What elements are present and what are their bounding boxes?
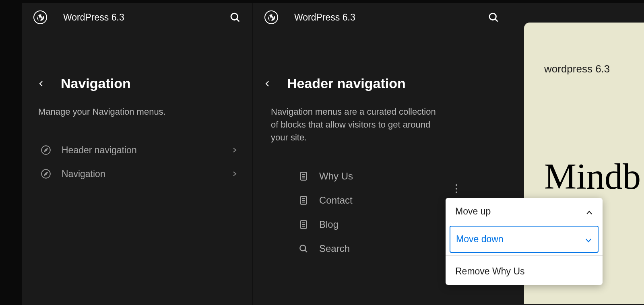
search-button[interactable] [488, 12, 499, 23]
preview-big-text: Mindb [544, 156, 644, 197]
svg-line-1 [237, 19, 239, 22]
context-item-label: Move down [456, 234, 504, 245]
chevron-down-icon [585, 236, 592, 243]
svg-point-4 [489, 13, 496, 20]
move-down-button[interactable]: Move down [450, 226, 599, 253]
back-button[interactable] [264, 80, 271, 87]
wordpress-logo-icon[interactable] [264, 10, 278, 24]
kebab-icon [456, 184, 457, 193]
svg-point-0 [231, 13, 237, 20]
navigation-panel: WordPress 6.3 Navigation Manage your Nav… [22, 3, 252, 305]
compass-icon [41, 145, 51, 155]
page-icon [298, 219, 309, 230]
section-title: Navigation [61, 76, 131, 91]
item-options-button[interactable] [452, 181, 460, 196]
nav-item-header-navigation[interactable]: Header navigation [37, 138, 241, 162]
site-title: WordPress 6.3 [63, 12, 124, 23]
context-item-label: Move up [455, 206, 491, 217]
section-description: Manage your Navigation menus. [22, 95, 252, 126]
back-button[interactable] [38, 80, 45, 87]
svg-line-19 [305, 250, 307, 252]
section-title: Header navigation [287, 76, 406, 91]
page-icon [298, 171, 309, 181]
svg-line-5 [495, 19, 498, 22]
header-left: WordPress 6.3 [33, 10, 124, 24]
move-up-button[interactable]: Move up [446, 198, 603, 225]
header-left: WordPress 6.3 [264, 10, 355, 24]
search-icon [298, 243, 309, 254]
divider [446, 255, 603, 256]
section-description: Navigation menus are a curated collectio… [253, 95, 462, 152]
site-title: WordPress 6.3 [294, 12, 355, 23]
panel-header: WordPress 6.3 [22, 3, 252, 31]
compass-icon [41, 169, 51, 179]
context-menu: Move up Move down Remove Why Us [446, 198, 603, 285]
nav-item-label: Header navigation [62, 145, 221, 156]
wordpress-logo-icon[interactable] [33, 10, 47, 24]
search-button[interactable] [229, 12, 241, 23]
remove-button[interactable]: Remove Why Us [446, 258, 603, 285]
chevron-right-icon [232, 147, 237, 153]
navigation-list: Header navigation Navigation [22, 126, 252, 186]
nav-item-navigation[interactable]: Navigation [37, 162, 241, 186]
page-icon [298, 195, 309, 206]
context-item-label: Remove Why Us [455, 266, 525, 277]
chevron-up-icon [586, 208, 593, 215]
chevron-right-icon [232, 171, 237, 177]
svg-point-18 [300, 245, 305, 251]
nav-item-label: Navigation [62, 169, 221, 179]
section-header: Navigation [22, 64, 252, 95]
preview-small-title: wordpress 6.3 [544, 63, 644, 75]
